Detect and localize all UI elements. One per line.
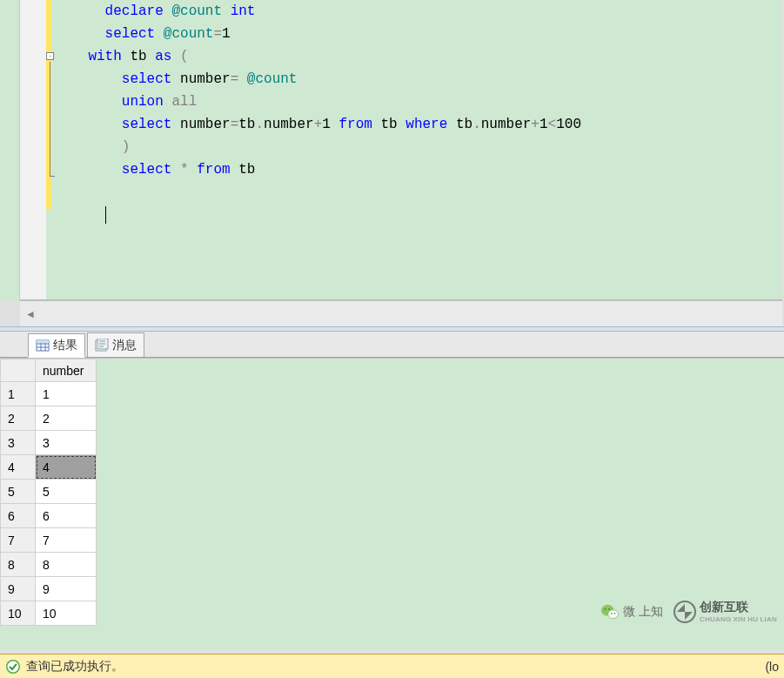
row-header[interactable]: 3 (1, 431, 36, 455)
fold-toggle-icon[interactable]: - (46, 52, 54, 60)
horizontal-scrollbar[interactable]: ◄ (20, 300, 782, 326)
svg-rect-5 (37, 340, 49, 343)
code-text-area[interactable]: declare @count int select @count=1 with … (55, 0, 782, 226)
wechat-watermark: 微 上知 (600, 603, 663, 621)
fold-end-mark (50, 176, 55, 177)
table-row[interactable]: 66 (1, 504, 97, 528)
editor-gutter (20, 0, 46, 299)
code-line[interactable]: declare @count int (55, 0, 782, 23)
row-header[interactable]: 10 (1, 601, 36, 626)
brand-text: 创新互联 (700, 600, 777, 615)
table-row[interactable]: 77 (1, 528, 97, 553)
code-line[interactable]: select number= @count (55, 68, 782, 91)
tab-messages[interactable]: 消息 (87, 332, 144, 357)
cell-number[interactable]: 4 (36, 455, 97, 480)
code-line[interactable] (55, 181, 782, 204)
row-header[interactable]: 8 (1, 553, 36, 577)
row-header[interactable]: 9 (1, 577, 36, 601)
table-row[interactable]: 1010 (1, 601, 97, 626)
svg-point-19 (8, 661, 19, 672)
grid-corner-cell[interactable] (1, 359, 36, 382)
status-right-text: (lo (765, 660, 779, 674)
messages-icon (95, 339, 109, 352)
cell-number[interactable]: 7 (36, 528, 97, 553)
success-check-icon (5, 659, 21, 675)
table-row[interactable]: 44 (1, 455, 97, 480)
table-row[interactable]: 55 (1, 480, 97, 504)
row-header[interactable]: 5 (1, 480, 36, 504)
table-row[interactable]: 99 (1, 577, 97, 601)
row-header[interactable]: 1 (1, 382, 36, 406)
svg-point-12 (608, 609, 619, 618)
fold-guide-line (50, 62, 50, 176)
watermark-area: 微 上知 创新互联 CHUANG XIN HU LIAN (600, 600, 777, 623)
scroll-left-arrow[interactable]: ◄ (20, 301, 41, 326)
sql-editor-panel: declare @count int select @count=1 with … (0, 0, 784, 326)
wechat-text: 微 上知 (623, 604, 663, 620)
brand-watermark: 创新互联 CHUANG XIN HU LIAN (673, 600, 777, 623)
column-header-number[interactable]: number (36, 359, 97, 382)
tab-results[interactable]: 结果 (28, 333, 85, 358)
table-row[interactable]: 11 (1, 382, 97, 406)
code-line[interactable]: select number=tb.number+1 from tb where … (55, 113, 782, 136)
tab-messages-label: 消息 (112, 338, 137, 353)
code-line[interactable]: union all (55, 91, 782, 113)
cell-number[interactable]: 3 (36, 431, 97, 455)
code-line[interactable]: with tb as ( (55, 45, 782, 68)
results-grid-icon (36, 339, 50, 352)
row-header[interactable]: 6 (1, 504, 36, 528)
results-grid-area: number 1122334455667788991010 微 上知 创新互联 … (0, 358, 784, 649)
svg-point-16 (614, 613, 616, 614)
brand-logo-icon (673, 601, 696, 623)
cell-number[interactable]: 9 (36, 577, 97, 601)
svg-point-14 (608, 608, 610, 609)
results-panel: 结果 消息 number 1122334455667788991010 微 上知 (0, 332, 784, 649)
row-header[interactable]: 4 (1, 455, 36, 480)
table-row[interactable]: 22 (1, 406, 97, 431)
row-header[interactable]: 7 (1, 528, 36, 553)
cell-number[interactable]: 5 (36, 480, 97, 504)
tab-results-label: 结果 (53, 338, 77, 353)
results-tabs-row: 结果 消息 (0, 332, 784, 358)
brand-subtext: CHUANG XIN HU LIAN (700, 615, 777, 623)
code-line[interactable]: select @count=1 (55, 23, 782, 45)
editor-content-area[interactable]: declare @count int select @count=1 with … (20, 0, 782, 300)
status-bar: 查询已成功执行。 (lo (0, 654, 784, 678)
cell-number[interactable]: 1 (36, 382, 97, 406)
cell-number[interactable]: 8 (36, 553, 97, 577)
status-text: 查询已成功执行。 (26, 659, 124, 675)
wechat-icon (600, 603, 620, 621)
change-marker (46, 0, 51, 209)
code-line[interactable]: ) (55, 136, 782, 158)
table-row[interactable]: 33 (1, 431, 97, 455)
code-line[interactable]: select * from tb (55, 158, 782, 181)
results-table[interactable]: number 1122334455667788991010 (0, 359, 97, 626)
svg-point-15 (611, 613, 613, 614)
editor-indicator-margin (0, 0, 20, 300)
svg-point-13 (605, 608, 606, 609)
row-header[interactable]: 2 (1, 406, 36, 431)
cell-number[interactable]: 2 (36, 406, 97, 431)
cell-number[interactable]: 10 (36, 601, 97, 626)
cell-number[interactable]: 6 (36, 504, 97, 528)
code-line[interactable] (55, 204, 782, 226)
table-row[interactable]: 88 (1, 553, 97, 577)
